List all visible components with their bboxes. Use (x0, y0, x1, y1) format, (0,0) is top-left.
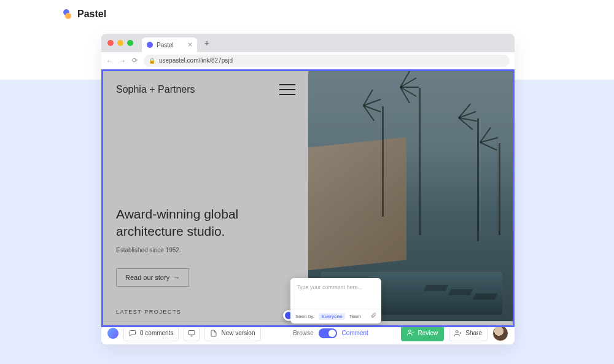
comment-mode-label[interactable]: Comment (342, 330, 368, 336)
tab-strip: Pastel × + (101, 34, 515, 52)
lounger-shape (473, 293, 498, 300)
building-shape (308, 137, 406, 272)
site-subtext: Established since 1952. (116, 247, 293, 254)
seen-by-label: Seen by: (295, 314, 315, 319)
read-story-button[interactable]: Read our story → (116, 268, 189, 287)
comments-count-button[interactable]: 0 comments (123, 325, 179, 341)
favicon-icon (147, 42, 153, 48)
mode-toggle-group: Browse Comment (293, 328, 368, 338)
site-title: Sophia + Partners (116, 84, 293, 95)
new-version-label: New version (221, 330, 255, 336)
maximize-window-icon[interactable] (127, 40, 133, 46)
lounger-shape (448, 289, 473, 295)
window-controls (107, 40, 133, 46)
reload-icon[interactable]: ⟳ (132, 56, 138, 64)
new-tab-button[interactable]: + (201, 37, 213, 49)
tab-title: Pastel (157, 42, 174, 48)
minimize-window-icon[interactable] (117, 40, 123, 46)
comment-icon (129, 330, 136, 337)
visibility-everyone-chip[interactable]: Everyone (319, 313, 346, 320)
forward-icon[interactable]: → (119, 57, 126, 64)
new-version-button[interactable]: New version (204, 325, 260, 341)
browse-label[interactable]: Browse (293, 330, 313, 336)
review-label: Review (418, 330, 438, 336)
comment-popover: Seen by: Everyone Team (290, 278, 381, 323)
comment-footer: Seen by: Everyone Team (290, 309, 381, 323)
svg-point-1 (65, 13, 71, 19)
palm-tree (419, 88, 421, 235)
comments-count-label: 0 comments (140, 330, 173, 336)
palm-tree (477, 118, 479, 241)
browser-tab[interactable]: Pastel × (142, 37, 197, 52)
share-button[interactable]: Share (449, 325, 488, 341)
attachment-icon[interactable] (370, 312, 376, 320)
device-preview-button[interactable] (184, 325, 200, 341)
comment-input[interactable] (290, 278, 381, 306)
toggle-knob (328, 330, 336, 337)
address-bar: ← → ⟳ 🔒 usepastel.com/link/827psjd (101, 52, 515, 69)
pastel-logo-icon (61, 9, 72, 20)
palm-tree (499, 143, 500, 235)
user-check-icon (407, 329, 414, 338)
browser-window: Pastel × + ← → ⟳ 🔒 usepastel.com/link/82… (101, 34, 515, 344)
lounger-shape (424, 285, 449, 291)
hamburger-menu-icon[interactable] (279, 84, 295, 95)
user-avatar[interactable] (492, 325, 508, 341)
site-left-column: Sophia + Partners Award-winning global a… (101, 69, 308, 327)
pastel-toolbar: 0 comments New version Browse Comment Re… (101, 321, 515, 344)
site-headline: Award-winning global architecture studio… (116, 206, 293, 241)
lock-icon: 🔒 (149, 58, 155, 64)
review-button[interactable]: Review (401, 325, 445, 341)
latest-projects-label: LATEST PROJECTS (116, 309, 293, 315)
svg-rect-2 (188, 330, 195, 335)
arrow-right-icon: → (173, 274, 180, 281)
pastel-logo-icon[interactable] (107, 328, 119, 339)
close-tab-icon[interactable]: × (188, 41, 192, 49)
file-icon (210, 330, 217, 337)
pastel-brand: Pastel (61, 9, 106, 20)
cta-label: Read our story (125, 274, 169, 281)
palm-tree (382, 106, 384, 217)
mode-toggle[interactable] (319, 328, 337, 338)
back-icon[interactable]: ← (106, 57, 113, 64)
share-icon (454, 330, 462, 337)
svg-point-5 (408, 330, 411, 332)
visibility-team-chip[interactable]: Team (349, 314, 361, 319)
page-viewport[interactable]: Sophia + Partners Award-winning global a… (101, 69, 515, 327)
brand-name: Pastel (77, 9, 106, 20)
url-field[interactable]: 🔒 usepastel.com/link/827psjd (144, 55, 510, 67)
share-label: Share (465, 330, 482, 336)
close-window-icon[interactable] (107, 40, 114, 46)
svg-point-6 (456, 330, 459, 333)
monitor-icon (188, 330, 195, 337)
url-text: usepastel.com/link/827psjd (159, 57, 233, 64)
